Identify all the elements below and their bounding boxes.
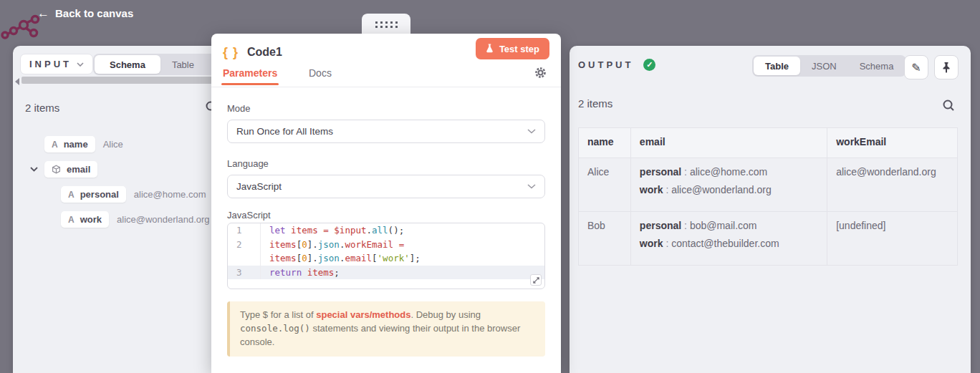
chevron-down-icon (77, 62, 84, 67)
pin-data-button[interactable] (934, 55, 959, 79)
column-header-name: name (579, 128, 631, 158)
input-panel-title: INPUT (29, 59, 72, 69)
cell-workEmail-undefined: [undefined] (827, 212, 958, 266)
schema-value: alice@home.com (134, 189, 206, 200)
schema-key-work[interactable]: A work (61, 211, 109, 228)
schema-key-email[interactable]: email (44, 161, 97, 178)
schema-value: Alice (103, 139, 123, 150)
chevron-down-icon (527, 184, 536, 189)
tab-docs[interactable]: Docs (309, 67, 332, 79)
scroll-left-arrow-icon[interactable] (15, 78, 19, 85)
output-table: name email workEmail Alice personal : al… (578, 127, 958, 266)
cell-name: Bob (579, 212, 631, 266)
string-type-icon: A (68, 190, 75, 200)
language-select[interactable]: JavaScript (227, 175, 545, 198)
table-row[interactable]: Bob personal : bob@mail.com work : conta… (579, 212, 958, 266)
code-line-active: 3return items; (228, 266, 544, 280)
schema-key-personal[interactable]: A personal (61, 186, 126, 203)
pencil-icon: ✎ (911, 61, 921, 74)
n8n-logo-icon (0, 14, 42, 43)
output-panel-title: OUTPUT (578, 59, 633, 70)
output-search-icon[interactable] (942, 99, 955, 112)
output-tab-table[interactable]: Table (754, 57, 800, 75)
editor-expand-button[interactable] (530, 274, 542, 286)
output-tab-json[interactable]: JSON (800, 57, 848, 75)
code-line: 1let items = $input.all(); (228, 223, 544, 238)
string-type-icon: A (68, 215, 75, 225)
input-tab-schema[interactable]: Schema (95, 55, 160, 74)
code-editor[interactable]: 1let items = $input.all(); 2items[0].jso… (227, 223, 545, 289)
object-type-icon (52, 165, 61, 174)
edit-output-button[interactable]: ✎ (904, 55, 928, 79)
output-tab-schema[interactable]: Schema (848, 57, 905, 75)
node-settings-button[interactable] (534, 67, 547, 79)
output-items-count: 2 items (578, 97, 612, 110)
schema-value: alice@wonderland.org (117, 214, 210, 225)
test-step-button[interactable]: Test step (476, 38, 549, 59)
code-line: items[0].json.email['work']; (228, 251, 544, 266)
code-node-icon: { } (223, 45, 239, 60)
gear-icon (534, 67, 547, 79)
ndv-overlay: ← Back to canvas INPUT Schema Table JSON… (0, 0, 980, 373)
expand-icon (533, 277, 539, 284)
flask-icon (486, 44, 494, 54)
column-header-workEmail: workEmail (827, 128, 958, 158)
pin-icon (941, 62, 951, 73)
editor-hint-callout: Type $ for a list of special vars/method… (227, 301, 545, 357)
cell-name: Alice (579, 158, 631, 212)
mode-label: Mode (227, 103, 251, 114)
input-tab-table[interactable]: Table (160, 55, 206, 74)
special-vars-link[interactable]: special vars/methods (316, 309, 410, 320)
cell-workEmail: alice@wonderland.org (827, 158, 958, 212)
node-title[interactable]: Code1 (247, 46, 282, 59)
language-label: Language (227, 158, 269, 169)
back-arrow-icon: ← (37, 7, 49, 19)
column-header-email: email (630, 128, 827, 158)
collapse-chevron-icon[interactable] (30, 167, 38, 172)
back-to-canvas-button[interactable]: ← Back to canvas (37, 7, 133, 19)
code-node-modal: { } Code1 Test step Parameters Docs Mode… (211, 34, 561, 373)
output-panel: OUTPUT ✓ Table JSON Schema ✎ 2 items nam… (570, 46, 971, 373)
input-selector-button[interactable]: INPUT (20, 54, 93, 74)
tab-parameters[interactable]: Parameters (223, 67, 277, 79)
output-table-header-row: name email workEmail (579, 128, 958, 158)
table-row[interactable]: Alice personal : alice@home.com work : a… (579, 158, 958, 212)
success-check-icon: ✓ (643, 59, 655, 71)
modal-drag-handle[interactable] (362, 14, 410, 35)
chevron-down-icon (527, 129, 536, 134)
back-label: Back to canvas (55, 7, 133, 19)
drag-dots-icon (375, 21, 398, 28)
string-type-icon: A (52, 140, 58, 150)
code-line: 2items[0].json.workEmail = (228, 238, 544, 252)
output-view-tabs: Table JSON Schema (752, 55, 906, 77)
mode-select[interactable]: Run Once for All Items (227, 120, 545, 143)
schema-key-name[interactable]: A name (44, 136, 95, 152)
input-items-count: 2 items (25, 102, 59, 114)
cell-email: personal : bob@mail.com work : contact@t… (630, 212, 827, 266)
cell-email: personal : alice@home.com work : alice@w… (630, 158, 827, 212)
editor-label: JavaScript (227, 210, 271, 221)
modal-tabs: Parameters Docs (211, 67, 561, 87)
